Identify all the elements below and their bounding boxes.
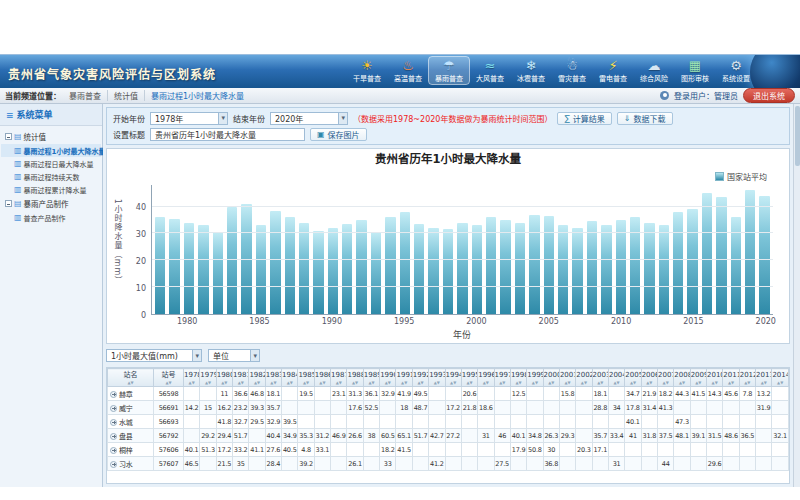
sort-arrows-icon[interactable]: ▲▼ (429, 380, 444, 385)
menu-item[interactable]: ▥暴雨过程日最大降水量 (1, 157, 101, 170)
station-row[interactable]: 水城5669341.832.729.532.939.540.147.3 (108, 415, 789, 429)
sort-arrows-icon[interactable]: ▲▼ (331, 380, 346, 385)
col-header-1996[interactable]: 1996▲▼ (478, 369, 494, 387)
sort-arrows-icon[interactable]: ▲▼ (625, 380, 640, 385)
scrollbar-thumb[interactable] (795, 106, 800, 166)
expand-icon[interactable] (110, 461, 117, 468)
sort-arrows-icon[interactable]: ▲▼ (576, 380, 591, 385)
sort-arrows-icon[interactable]: ▲▼ (756, 380, 771, 385)
station-row[interactable]: 桐梓5760640.151.317.233.241.127.640.54.833… (108, 443, 789, 457)
col-header-1987[interactable]: 1987▲▼ (331, 369, 347, 387)
collapse-icon[interactable] (5, 200, 12, 207)
station-row[interactable]: 赫章565981136.646.818.119.523.131.336.132.… (108, 387, 789, 401)
sort-arrows-icon[interactable]: ▲▼ (396, 380, 411, 385)
sort-arrows-icon[interactable]: ▲▼ (249, 380, 264, 385)
vertical-scrollbar[interactable] (793, 104, 800, 487)
col-header-2006[interactable]: 2006▲▼ (641, 369, 657, 387)
sort-arrows-icon[interactable]: ▲▼ (560, 380, 575, 385)
col-header-2000[interactable]: 2000▲▼ (543, 369, 559, 387)
sort-arrows-icon[interactable]: ▲▼ (462, 380, 477, 385)
crumb-1[interactable]: 统计值 (108, 90, 145, 101)
sort-arrows-icon[interactable]: ▲▼ (282, 380, 297, 385)
col-header-2010[interactable]: 2010▲▼ (707, 369, 723, 387)
sort-arrows-icon[interactable]: ▲▼ (544, 380, 559, 385)
col-header-1985[interactable]: 1985▲▼ (298, 369, 314, 387)
module-rainstorm[interactable]: ☂暴雨普查 (429, 57, 469, 84)
menu-item[interactable]: ▥暴雨过程累计降水量 (1, 183, 101, 196)
col-header-1984[interactable]: 1984▲▼ (282, 369, 298, 387)
sort-arrows-icon[interactable]: ▲▼ (527, 380, 542, 385)
sort-arrows-icon[interactable]: ▲▼ (154, 380, 183, 385)
module-drought[interactable]: ☀干旱普查 (347, 57, 387, 84)
col-header-1998[interactable]: 1998▲▼ (510, 369, 526, 387)
download-button[interactable]: ⇓数据下载 (617, 112, 673, 125)
crumb-0[interactable]: 暴雨普查 (63, 90, 108, 101)
col-header-2002[interactable]: 2002▲▼ (576, 369, 592, 387)
end-year-select[interactable]: 2020年▾ (270, 112, 348, 125)
expand-icon[interactable] (110, 419, 117, 426)
crumb-2[interactable]: 暴雨过程1小时最大降水量 (145, 90, 250, 101)
sort-arrows-icon[interactable]: ▲▼ (217, 380, 232, 385)
sort-arrows-icon[interactable]: ▲▼ (511, 380, 526, 385)
value-type-select[interactable]: 1小时最大值(mm)▾ (106, 349, 202, 362)
col-header-1991[interactable]: 1991▲▼ (396, 369, 412, 387)
col-header-1997[interactable]: 1997▲▼ (494, 369, 510, 387)
sort-arrows-icon[interactable]: ▲▼ (478, 380, 493, 385)
sort-arrows-icon[interactable]: ▲▼ (658, 380, 673, 385)
sort-arrows-icon[interactable]: ▲▼ (642, 380, 657, 385)
col-header-1990[interactable]: 1990▲▼ (380, 369, 396, 387)
col-header-站号[interactable]: 站号▲▼ (154, 369, 184, 387)
col-header-2004[interactable]: 2004▲▼ (608, 369, 624, 387)
col-header-2014[interactable]: 2014▲▼ (772, 369, 789, 387)
col-header-1982[interactable]: 1982▲▼ (249, 369, 265, 387)
col-header-2007[interactable]: 2007▲▼ (657, 369, 673, 387)
sort-arrows-icon[interactable]: ▲▼ (298, 380, 313, 385)
module-gale[interactable]: ≈大风普查 (470, 57, 510, 84)
expand-icon[interactable] (110, 391, 117, 398)
sort-arrows-icon[interactable]: ▲▼ (380, 380, 395, 385)
sort-arrows-icon[interactable]: ▲▼ (446, 380, 461, 385)
sort-arrows-icon[interactable]: ▲▼ (108, 380, 153, 385)
tree-group[interactable]: ▤暴雨产品制作 (1, 196, 101, 211)
sort-arrows-icon[interactable]: ▲▼ (740, 380, 755, 385)
col-header-1979[interactable]: 1979▲▼ (200, 369, 216, 387)
sort-arrows-icon[interactable]: ▲▼ (315, 380, 330, 385)
module-snow[interactable]: ☃雪灾普查 (552, 57, 592, 84)
module-lightning[interactable]: ⚡雷电普查 (593, 57, 633, 84)
col-header-2013[interactable]: 2013▲▼ (756, 369, 772, 387)
sort-arrows-icon[interactable]: ▲▼ (184, 380, 199, 385)
collapse-icon[interactable] (5, 133, 12, 140)
col-header-1995[interactable]: 1995▲▼ (461, 369, 477, 387)
sort-arrows-icon[interactable]: ▲▼ (233, 380, 248, 385)
module-map-audit[interactable]: ▦图形审核 (675, 57, 715, 84)
sort-arrows-icon[interactable]: ▲▼ (723, 380, 738, 385)
col-header-2005[interactable]: 2005▲▼ (625, 369, 641, 387)
sort-arrows-icon[interactable]: ▲▼ (707, 380, 722, 385)
sort-arrows-icon[interactable]: ▲▼ (200, 380, 215, 385)
col-header-1980[interactable]: 1980▲▼ (216, 369, 232, 387)
col-header-1989[interactable]: 1989▲▼ (363, 369, 379, 387)
menu-item[interactable]: ▥普查产品制作 (1, 211, 101, 224)
station-row[interactable]: 威宁5669114.21516.223.239.335.717.652.5184… (108, 401, 789, 415)
expand-icon[interactable] (110, 405, 117, 412)
col-header-1994[interactable]: 1994▲▼ (445, 369, 461, 387)
sort-arrows-icon[interactable]: ▲▼ (609, 380, 624, 385)
expand-icon[interactable] (110, 433, 117, 440)
col-header-2008[interactable]: 2008▲▼ (674, 369, 690, 387)
col-header-2009[interactable]: 2009▲▼ (690, 369, 706, 387)
col-header-1993[interactable]: 1993▲▼ (429, 369, 445, 387)
chart-title-input[interactable]: 贵州省历年1小时最大降水量 (150, 128, 305, 141)
col-header-2012[interactable]: 2012▲▼ (739, 369, 755, 387)
expand-icon[interactable] (110, 447, 117, 454)
col-header-2003[interactable]: 2003▲▼ (592, 369, 608, 387)
sort-arrows-icon[interactable]: ▲▼ (674, 380, 689, 385)
module-risk[interactable]: ☁综合风险 (634, 57, 674, 84)
col-header-1983[interactable]: 1983▲▼ (265, 369, 281, 387)
col-header-2001[interactable]: 2001▲▼ (559, 369, 575, 387)
start-year-select[interactable]: 1978年▾ (150, 112, 228, 125)
col-header-1986[interactable]: 1986▲▼ (314, 369, 330, 387)
col-header-1978[interactable]: 1978▲▼ (184, 369, 200, 387)
module-high-temp[interactable]: ♨高温普查 (388, 57, 428, 84)
sort-arrows-icon[interactable]: ▲▼ (593, 380, 608, 385)
menu-item[interactable]: ▥暴雨过程持续天数 (1, 170, 101, 183)
